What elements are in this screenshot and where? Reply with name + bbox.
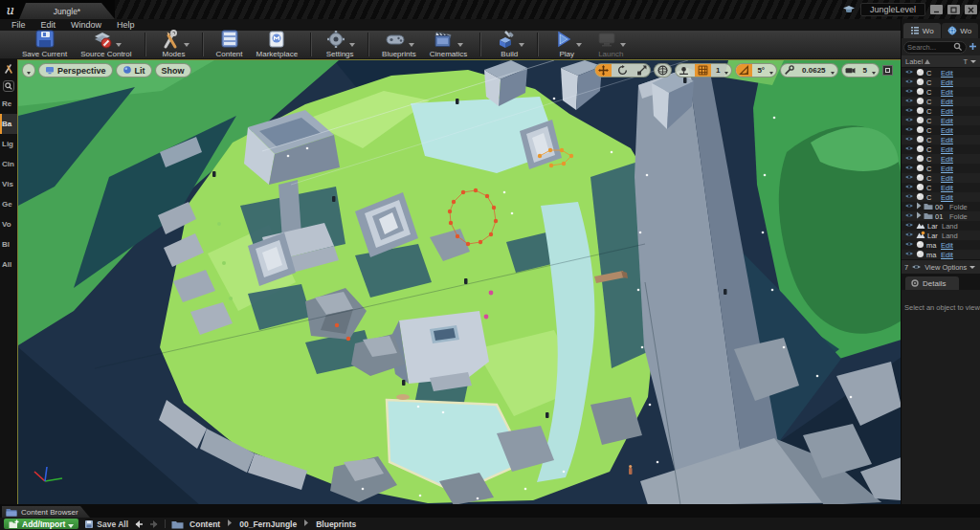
grid-snap-toggle[interactable] bbox=[695, 63, 711, 77]
settings-button[interactable]: Settings bbox=[318, 31, 362, 58]
tab-details[interactable]: Details bbox=[905, 276, 959, 290]
visibility-eye-icon[interactable] bbox=[904, 192, 914, 202]
edit-blueprint-link[interactable]: Edit bbox=[941, 88, 953, 97]
edit-blueprint-link[interactable]: Edit bbox=[941, 126, 953, 135]
visibility-eye-icon[interactable] bbox=[904, 183, 914, 192]
outliner-row[interactable]: CEdit bbox=[902, 154, 980, 164]
visibility-eye-icon[interactable] bbox=[904, 231, 914, 240]
dropdown-caret-icon[interactable] bbox=[620, 43, 626, 47]
lit-mode-button[interactable]: Lit bbox=[116, 63, 152, 77]
camera-speed-value[interactable]: 5 bbox=[861, 66, 869, 75]
tab-world-outliner[interactable]: Wo bbox=[903, 23, 941, 38]
place-category-ge[interactable]: Ge bbox=[0, 194, 17, 214]
edit-blueprint-link[interactable]: Edit bbox=[941, 241, 953, 250]
edit-blueprint-link[interactable]: Edit bbox=[941, 165, 953, 173]
menu-file[interactable]: File bbox=[4, 20, 33, 30]
scale-snap-value[interactable]: 0.0625 bbox=[800, 66, 827, 75]
visibility-eye-icon[interactable] bbox=[904, 202, 914, 211]
outliner-row[interactable]: CEdit bbox=[902, 183, 980, 192]
edit-blueprint-link[interactable]: Edit bbox=[941, 251, 953, 259]
dropdown-caret-icon[interactable] bbox=[349, 43, 355, 47]
dropdown-caret-icon[interactable] bbox=[576, 43, 582, 47]
minimize-button[interactable] bbox=[930, 5, 943, 14]
viewport-options-dropdown[interactable] bbox=[22, 63, 35, 77]
view-options-button[interactable]: View Options bbox=[924, 263, 967, 272]
world-space-toggle[interactable] bbox=[655, 63, 671, 77]
add-filter-icon[interactable] bbox=[969, 42, 978, 52]
label-column-header[interactable]: Label bbox=[905, 57, 923, 66]
outliner-row[interactable]: CEdit bbox=[902, 106, 980, 116]
scale-tool-button[interactable] bbox=[634, 63, 650, 77]
cinematics-button[interactable]: Cinematics bbox=[423, 31, 475, 58]
place-category-cin[interactable]: Cin bbox=[0, 154, 17, 174]
outliner-row[interactable]: CEdit bbox=[902, 164, 980, 173]
visibility-eye-icon[interactable] bbox=[904, 125, 914, 135]
outliner-row[interactable]: LarLand bbox=[902, 231, 980, 240]
content-button[interactable]: Content bbox=[210, 31, 250, 58]
maximize-button[interactable] bbox=[947, 5, 960, 14]
edit-blueprint-link[interactable]: Edit bbox=[941, 184, 953, 192]
outliner-row[interactable]: CEdit bbox=[902, 125, 980, 135]
edit-blueprint-link[interactable]: Edit bbox=[941, 98, 953, 106]
visibility-eye-icon[interactable] bbox=[904, 87, 914, 97]
visibility-eye-icon[interactable] bbox=[904, 154, 914, 164]
outliner-search-input[interactable] bbox=[907, 43, 951, 52]
outliner-row[interactable]: CEdit bbox=[902, 173, 980, 183]
show-flags-button[interactable]: Show bbox=[155, 63, 191, 77]
modes-button[interactable]: Modes bbox=[152, 31, 196, 58]
outliner-row[interactable]: CEdit bbox=[902, 87, 980, 97]
level-viewport[interactable]: Perspective Lit Show bbox=[17, 59, 901, 504]
move-tool-button[interactable] bbox=[595, 63, 612, 77]
outliner-row[interactable]: CEdit bbox=[902, 77, 980, 87]
add-import-button[interactable]: Add/Import bbox=[4, 519, 78, 529]
outliner-row[interactable]: LarLand bbox=[902, 221, 980, 231]
place-category-vo[interactable]: Vo bbox=[0, 214, 17, 234]
outliner-row[interactable]: 00Folde bbox=[902, 202, 980, 211]
dropdown-caret-icon[interactable] bbox=[519, 43, 524, 47]
edit-blueprint-link[interactable]: Edit bbox=[941, 107, 953, 116]
outliner-row[interactable]: maEdit bbox=[902, 240, 980, 250]
menu-help[interactable]: Help bbox=[109, 20, 143, 30]
close-button[interactable] bbox=[965, 5, 977, 14]
breadcrumb-item[interactable]: Content bbox=[189, 519, 220, 529]
breadcrumb-item[interactable]: 00_FernJungle bbox=[239, 519, 297, 529]
expander-icon[interactable] bbox=[916, 211, 922, 221]
rotation-snap-toggle[interactable] bbox=[736, 63, 752, 77]
dropdown-caret-icon[interactable] bbox=[184, 43, 189, 47]
edit-blueprint-link[interactable]: Edit bbox=[941, 136, 953, 144]
edit-blueprint-link[interactable]: Edit bbox=[941, 174, 953, 183]
visibility-eye-icon[interactable] bbox=[904, 135, 914, 144]
edit-blueprint-link[interactable]: Edit bbox=[941, 193, 953, 202]
visibility-eye-icon[interactable] bbox=[904, 221, 914, 231]
outliner-row[interactable]: CEdit bbox=[902, 97, 980, 106]
history-back-button[interactable] bbox=[134, 519, 144, 529]
visibility-eye-icon[interactable] bbox=[904, 240, 914, 250]
outliner-column-header[interactable]: Label T bbox=[902, 55, 980, 68]
outliner-row[interactable]: 01Folde bbox=[902, 211, 980, 221]
expander-icon[interactable] bbox=[916, 202, 922, 211]
visibility-eye-icon[interactable] bbox=[904, 77, 914, 87]
grid-snap-value[interactable]: 1 bbox=[714, 66, 722, 75]
source-control-button[interactable]: Source Control bbox=[74, 31, 138, 58]
camera-speed-button[interactable] bbox=[842, 63, 858, 77]
outliner-row[interactable]: CEdit bbox=[902, 135, 980, 144]
place-search-icon[interactable] bbox=[0, 78, 17, 94]
build-button[interactable]: Build bbox=[487, 31, 531, 58]
surface-snapping-button[interactable] bbox=[676, 63, 692, 77]
place-category-vis[interactable]: Vis bbox=[0, 174, 17, 194]
dropdown-caret-icon[interactable] bbox=[457, 43, 463, 47]
perspective-button[interactable]: Perspective bbox=[38, 63, 113, 77]
edit-blueprint-link[interactable]: Edit bbox=[941, 117, 953, 125]
maximize-viewport-button[interactable] bbox=[882, 65, 893, 76]
edit-blueprint-link[interactable]: Edit bbox=[941, 155, 953, 164]
outliner-search-box[interactable] bbox=[903, 41, 967, 54]
dropdown-caret-icon[interactable] bbox=[409, 43, 414, 47]
visibility-eye-icon[interactable] bbox=[904, 211, 914, 221]
visibility-eye-icon[interactable] bbox=[904, 250, 914, 259]
outliner-row[interactable]: maEdit bbox=[902, 250, 980, 259]
place-category-lig[interactable]: Lig bbox=[0, 134, 17, 154]
visibility-eye-icon[interactable] bbox=[904, 144, 914, 154]
place-category-ba[interactable]: Ba bbox=[0, 114, 17, 134]
visibility-eye-icon[interactable] bbox=[904, 106, 914, 116]
outliner-row[interactable]: CEdit bbox=[902, 192, 980, 202]
